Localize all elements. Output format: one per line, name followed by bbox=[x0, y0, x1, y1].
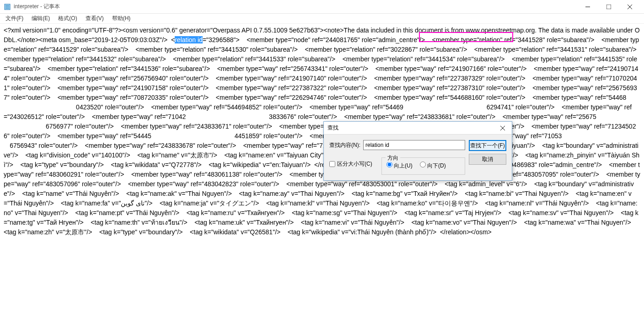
minimize-button[interactable] bbox=[577, 0, 598, 14]
notepad-icon bbox=[4, 3, 11, 11]
text-area[interactable]: <?xml version="1.0" encoding="UTF-8"?><o… bbox=[0, 24, 644, 329]
menu-format[interactable]: 格式(O) bbox=[54, 14, 80, 23]
menu-edit[interactable]: 编辑(E) bbox=[28, 14, 54, 23]
find-dialog: 查找 查找内容(N): 区分大小写(C) 方向 向上(U) 向下(D) bbox=[323, 121, 512, 181]
find-next-button[interactable]: 查找下一个(F) bbox=[469, 140, 506, 151]
match-case-checkbox[interactable] bbox=[329, 161, 335, 167]
cancel-button[interactable]: 取消 bbox=[469, 154, 506, 165]
menu-file[interactable]: 文件(F) bbox=[2, 14, 27, 23]
match-case-label: 区分大小写(C) bbox=[337, 160, 372, 168]
find-input[interactable] bbox=[363, 140, 465, 150]
title-bar: interpreter - 记事本 bbox=[0, 0, 644, 14]
selected-text: relation id bbox=[175, 36, 203, 43]
direction-group-label: 方向 bbox=[386, 154, 400, 162]
radio-up[interactable]: 向上(U) bbox=[386, 162, 413, 170]
radio-down[interactable]: 向下(D) bbox=[420, 162, 446, 170]
dialog-titlebar[interactable]: 查找 bbox=[324, 122, 512, 135]
close-button[interactable] bbox=[619, 0, 640, 14]
dialog-title: 查找 bbox=[327, 124, 497, 132]
svg-rect-5 bbox=[606, 5, 611, 9]
find-label: 查找内容(N): bbox=[329, 141, 360, 149]
menu-help[interactable]: 帮助(H) bbox=[108, 14, 134, 23]
dialog-close-button[interactable] bbox=[497, 123, 508, 134]
maximize-button[interactable] bbox=[598, 0, 619, 14]
menu-bar: 文件(F) 编辑(E) 格式(O) 查看(V) 帮助(H) bbox=[0, 14, 644, 24]
text-content: ="3296588"> <member type="node" ref="244… bbox=[4, 36, 644, 101]
menu-view[interactable]: 查看(V) bbox=[82, 14, 107, 23]
window-title: interpreter - 记事本 bbox=[14, 3, 577, 11]
